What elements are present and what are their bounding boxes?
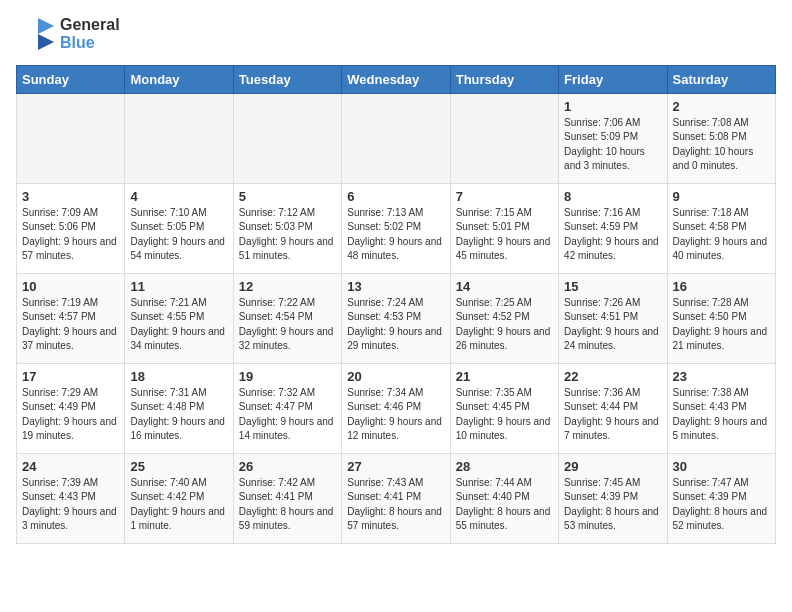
day-number: 16: [673, 279, 770, 294]
logo-general: General: [60, 16, 120, 34]
day-info: Sunrise: 7:34 AM Sunset: 4:46 PM Dayligh…: [347, 386, 444, 444]
day-number: 3: [22, 189, 119, 204]
calendar-week: 17Sunrise: 7:29 AM Sunset: 4:49 PM Dayli…: [17, 363, 776, 453]
day-number: 12: [239, 279, 336, 294]
calendar-cell: 16Sunrise: 7:28 AM Sunset: 4:50 PM Dayli…: [667, 273, 775, 363]
calendar-cell: [17, 93, 125, 183]
weekday-header: Thursday: [450, 65, 558, 93]
day-number: 11: [130, 279, 227, 294]
calendar-cell: 27Sunrise: 7:43 AM Sunset: 4:41 PM Dayli…: [342, 453, 450, 543]
calendar-cell: 24Sunrise: 7:39 AM Sunset: 4:43 PM Dayli…: [17, 453, 125, 543]
day-info: Sunrise: 7:26 AM Sunset: 4:51 PM Dayligh…: [564, 296, 661, 354]
calendar-cell: 9Sunrise: 7:18 AM Sunset: 4:58 PM Daylig…: [667, 183, 775, 273]
day-number: 21: [456, 369, 553, 384]
day-info: Sunrise: 7:44 AM Sunset: 4:40 PM Dayligh…: [456, 476, 553, 534]
weekday-header: Sunday: [17, 65, 125, 93]
weekday-header: Wednesday: [342, 65, 450, 93]
calendar-cell: 21Sunrise: 7:35 AM Sunset: 4:45 PM Dayli…: [450, 363, 558, 453]
calendar-cell: 28Sunrise: 7:44 AM Sunset: 4:40 PM Dayli…: [450, 453, 558, 543]
weekday-header: Friday: [559, 65, 667, 93]
day-info: Sunrise: 7:35 AM Sunset: 4:45 PM Dayligh…: [456, 386, 553, 444]
calendar-cell: 3Sunrise: 7:09 AM Sunset: 5:06 PM Daylig…: [17, 183, 125, 273]
calendar-table: SundayMondayTuesdayWednesdayThursdayFrid…: [16, 65, 776, 544]
logo-blue: Blue: [60, 34, 120, 52]
day-info: Sunrise: 7:15 AM Sunset: 5:01 PM Dayligh…: [456, 206, 553, 264]
day-info: Sunrise: 7:06 AM Sunset: 5:09 PM Dayligh…: [564, 116, 661, 174]
day-info: Sunrise: 7:43 AM Sunset: 4:41 PM Dayligh…: [347, 476, 444, 534]
day-info: Sunrise: 7:19 AM Sunset: 4:57 PM Dayligh…: [22, 296, 119, 354]
calendar-cell: [342, 93, 450, 183]
day-number: 5: [239, 189, 336, 204]
calendar-cell: 7Sunrise: 7:15 AM Sunset: 5:01 PM Daylig…: [450, 183, 558, 273]
calendar-cell: 4Sunrise: 7:10 AM Sunset: 5:05 PM Daylig…: [125, 183, 233, 273]
calendar-cell: 15Sunrise: 7:26 AM Sunset: 4:51 PM Dayli…: [559, 273, 667, 363]
day-number: 15: [564, 279, 661, 294]
day-info: Sunrise: 7:42 AM Sunset: 4:41 PM Dayligh…: [239, 476, 336, 534]
calendar-cell: 23Sunrise: 7:38 AM Sunset: 4:43 PM Dayli…: [667, 363, 775, 453]
calendar-cell: 17Sunrise: 7:29 AM Sunset: 4:49 PM Dayli…: [17, 363, 125, 453]
day-number: 8: [564, 189, 661, 204]
day-number: 13: [347, 279, 444, 294]
page-header: GeneralBlue: [16, 16, 776, 53]
day-info: Sunrise: 7:13 AM Sunset: 5:02 PM Dayligh…: [347, 206, 444, 264]
day-info: Sunrise: 7:24 AM Sunset: 4:53 PM Dayligh…: [347, 296, 444, 354]
calendar-cell: 19Sunrise: 7:32 AM Sunset: 4:47 PM Dayli…: [233, 363, 341, 453]
calendar-cell: 13Sunrise: 7:24 AM Sunset: 4:53 PM Dayli…: [342, 273, 450, 363]
calendar-cell: [450, 93, 558, 183]
calendar-header: SundayMondayTuesdayWednesdayThursdayFrid…: [17, 65, 776, 93]
day-number: 29: [564, 459, 661, 474]
day-number: 19: [239, 369, 336, 384]
day-number: 24: [22, 459, 119, 474]
calendar-week: 10Sunrise: 7:19 AM Sunset: 4:57 PM Dayli…: [17, 273, 776, 363]
day-number: 30: [673, 459, 770, 474]
svg-marker-1: [38, 34, 54, 50]
day-number: 2: [673, 99, 770, 114]
day-number: 1: [564, 99, 661, 114]
weekday-header: Monday: [125, 65, 233, 93]
logo-icon: [16, 16, 56, 52]
day-info: Sunrise: 7:38 AM Sunset: 4:43 PM Dayligh…: [673, 386, 770, 444]
calendar-cell: 20Sunrise: 7:34 AM Sunset: 4:46 PM Dayli…: [342, 363, 450, 453]
day-info: Sunrise: 7:10 AM Sunset: 5:05 PM Dayligh…: [130, 206, 227, 264]
calendar-cell: 26Sunrise: 7:42 AM Sunset: 4:41 PM Dayli…: [233, 453, 341, 543]
weekday-header: Tuesday: [233, 65, 341, 93]
day-info: Sunrise: 7:28 AM Sunset: 4:50 PM Dayligh…: [673, 296, 770, 354]
calendar-cell: 8Sunrise: 7:16 AM Sunset: 4:59 PM Daylig…: [559, 183, 667, 273]
day-info: Sunrise: 7:16 AM Sunset: 4:59 PM Dayligh…: [564, 206, 661, 264]
calendar-cell: 12Sunrise: 7:22 AM Sunset: 4:54 PM Dayli…: [233, 273, 341, 363]
weekday-header: Saturday: [667, 65, 775, 93]
calendar-cell: 22Sunrise: 7:36 AM Sunset: 4:44 PM Dayli…: [559, 363, 667, 453]
day-info: Sunrise: 7:32 AM Sunset: 4:47 PM Dayligh…: [239, 386, 336, 444]
logo: GeneralBlue: [16, 16, 120, 53]
day-number: 28: [456, 459, 553, 474]
day-number: 10: [22, 279, 119, 294]
day-info: Sunrise: 7:47 AM Sunset: 4:39 PM Dayligh…: [673, 476, 770, 534]
day-info: Sunrise: 7:18 AM Sunset: 4:58 PM Dayligh…: [673, 206, 770, 264]
calendar-cell: 2Sunrise: 7:08 AM Sunset: 5:08 PM Daylig…: [667, 93, 775, 183]
day-info: Sunrise: 7:29 AM Sunset: 4:49 PM Dayligh…: [22, 386, 119, 444]
day-number: 7: [456, 189, 553, 204]
calendar-cell: 6Sunrise: 7:13 AM Sunset: 5:02 PM Daylig…: [342, 183, 450, 273]
svg-marker-0: [38, 18, 54, 34]
day-info: Sunrise: 7:21 AM Sunset: 4:55 PM Dayligh…: [130, 296, 227, 354]
calendar-cell: 1Sunrise: 7:06 AM Sunset: 5:09 PM Daylig…: [559, 93, 667, 183]
day-number: 6: [347, 189, 444, 204]
day-number: 25: [130, 459, 227, 474]
calendar-cell: 10Sunrise: 7:19 AM Sunset: 4:57 PM Dayli…: [17, 273, 125, 363]
day-info: Sunrise: 7:39 AM Sunset: 4:43 PM Dayligh…: [22, 476, 119, 534]
calendar-week: 3Sunrise: 7:09 AM Sunset: 5:06 PM Daylig…: [17, 183, 776, 273]
day-info: Sunrise: 7:09 AM Sunset: 5:06 PM Dayligh…: [22, 206, 119, 264]
calendar-cell: 5Sunrise: 7:12 AM Sunset: 5:03 PM Daylig…: [233, 183, 341, 273]
day-info: Sunrise: 7:12 AM Sunset: 5:03 PM Dayligh…: [239, 206, 336, 264]
calendar-cell: [125, 93, 233, 183]
calendar-cell: 11Sunrise: 7:21 AM Sunset: 4:55 PM Dayli…: [125, 273, 233, 363]
calendar-cell: [233, 93, 341, 183]
day-number: 14: [456, 279, 553, 294]
calendar-cell: 14Sunrise: 7:25 AM Sunset: 4:52 PM Dayli…: [450, 273, 558, 363]
day-info: Sunrise: 7:40 AM Sunset: 4:42 PM Dayligh…: [130, 476, 227, 534]
calendar-cell: 18Sunrise: 7:31 AM Sunset: 4:48 PM Dayli…: [125, 363, 233, 453]
day-number: 9: [673, 189, 770, 204]
day-number: 27: [347, 459, 444, 474]
day-info: Sunrise: 7:08 AM Sunset: 5:08 PM Dayligh…: [673, 116, 770, 174]
day-number: 22: [564, 369, 661, 384]
